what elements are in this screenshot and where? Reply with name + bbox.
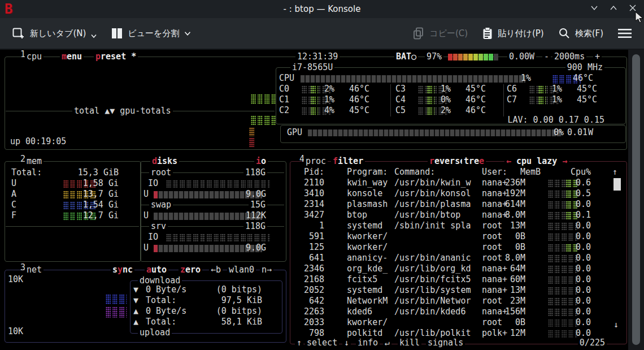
proc-reverse-button[interactable]: reverse [428, 157, 467, 166]
proc-user[interactable]: nana+ [482, 189, 507, 198]
proc-program[interactable]: kworker/ [347, 318, 388, 327]
proc-cpu[interactable]: 0.0 [576, 318, 591, 327]
proc-pid[interactable]: 591 [309, 232, 324, 241]
proc-command[interactable]: /usr/bin/konsol [394, 189, 471, 198]
proc-user[interactable]: nana+ [482, 307, 507, 317]
proc-mem[interactable]: 0B [515, 232, 525, 241]
proc-pid[interactable]: 642 [309, 296, 324, 306]
proc-pid[interactable]: 2033 [304, 318, 324, 327]
proc-mem[interactable]: 8.0M [505, 210, 525, 220]
proc-program[interactable]: kworker/ [347, 232, 388, 241]
proc-program[interactable]: NetworkM [347, 296, 388, 306]
proc-command[interactable]: /sbin/init spla [394, 221, 471, 231]
net-next-iface-button[interactable]: n→ [260, 265, 273, 275]
proc-command[interactable]: /usr/bin/kded6 [394, 307, 465, 317]
scrollbar-thumb[interactable] [632, 54, 640, 345]
net-auto-button[interactable]: auto [145, 265, 168, 275]
io-mode-button[interactable]: io [254, 157, 268, 166]
net-box-title[interactable]: net [25, 265, 43, 275]
select-up-icon[interactable]: ↑ [295, 338, 303, 348]
proc-cpu[interactable]: 0.0 [576, 307, 591, 317]
proc-cpu[interactable]: 0.0 [576, 296, 591, 306]
proc-cpu[interactable]: 0.0 [576, 329, 591, 338]
net-prev-iface-button[interactable]: ←b [209, 265, 223, 275]
proc-program[interactable]: org_kde_ [347, 264, 388, 274]
proc-command[interactable]: /usr/lib/org_kd [394, 264, 471, 274]
info-button[interactable]: info [356, 338, 380, 348]
paste-button[interactable]: 貼り付け(P) [478, 24, 548, 43]
proc-mem[interactable]: 0B [515, 243, 525, 252]
proc-program[interactable]: kded6 [347, 307, 372, 317]
proc-command[interactable]: /usr/bin/plasma [394, 200, 471, 209]
proc-pid[interactable]: 2052 [304, 286, 324, 295]
proc-cpu[interactable]: 0.0 [576, 275, 591, 284]
proc-user[interactable]: root [482, 232, 502, 241]
proc-user[interactable]: root [482, 296, 502, 306]
menu-button-btop[interactable]: menu [60, 52, 84, 62]
proc-mem[interactable]: 156M [505, 307, 525, 317]
mem-box-title[interactable]: mem [25, 157, 43, 166]
proc-program[interactable]: systemd [347, 221, 382, 231]
proc-program[interactable]: fcitx5 [347, 275, 377, 284]
net-sync-button[interactable]: sync [111, 265, 134, 275]
disks-box-title[interactable]: disks [150, 157, 179, 166]
proc-pid[interactable]: 2263 [304, 307, 324, 317]
proc-cpu[interactable]: 0.0 [576, 264, 591, 274]
copy-button[interactable]: コピー(C) [408, 24, 472, 43]
proc-command[interactable]: /usr/bin/fcitx5 [394, 275, 471, 284]
signals-button[interactable]: signals [426, 338, 465, 348]
proc-program[interactable]: kworker/ [347, 243, 388, 252]
terminal[interactable]: 1cpumenupreset *12:31:39BAT○97%0.00W-200… [0, 50, 628, 350]
proc-header-cpu[interactable]: Cpu% [571, 167, 591, 177]
proc-cpu[interactable]: 0.0 [576, 221, 591, 231]
proc-mem[interactable]: 614M [505, 200, 525, 209]
proc-program[interactable]: plasmash [347, 200, 388, 209]
interval-decrease-button[interactable]: - [542, 52, 551, 62]
proc-user[interactable]: nana+ [482, 264, 507, 274]
proc-box-title[interactable]: proc [304, 157, 328, 166]
proc-header-program[interactable]: Program: [347, 167, 388, 177]
proc-user[interactable]: nana+ [482, 200, 507, 209]
proc-scrollbar-thumb[interactable] [613, 178, 621, 191]
proc-pid[interactable]: 3427 [304, 210, 324, 220]
proc-user[interactable]: polk+ [482, 329, 507, 338]
proc-mem[interactable]: 60M [510, 275, 525, 284]
proc-program[interactable]: ananicy- [347, 253, 388, 263]
proc-pid[interactable]: 641 [309, 253, 324, 263]
proc-mem[interactable]: 64M [510, 264, 525, 274]
proc-pid[interactable]: 2314 [304, 200, 324, 209]
proc-program[interactable]: systemd [347, 286, 382, 295]
split-view-button[interactable]: ビューを分割 [107, 24, 195, 42]
proc-command[interactable]: /usr/bin/ananic [394, 253, 471, 263]
proc-command[interactable]: /usr/lib/polkit [394, 329, 471, 338]
proc-user[interactable]: root [482, 221, 502, 231]
proc-pid[interactable]: 2110 [304, 178, 324, 188]
proc-mem[interactable]: 192M [505, 189, 525, 198]
titlebar[interactable]: B - : btop — Konsole [0, 0, 644, 18]
proc-pid[interactable]: 2346 [304, 264, 324, 274]
proc-mem[interactable]: 12M [510, 329, 525, 338]
proc-cpu[interactable]: 0.5 [576, 189, 591, 198]
proc-header-memb[interactable]: MemB [520, 167, 541, 177]
proc-program[interactable]: konsole [347, 189, 382, 198]
proc-scroll-down-icon[interactable]: ↓ [613, 320, 619, 330]
proc-command[interactable]: /usr/bin/Networ [394, 296, 471, 306]
proc-mem[interactable]: 236M [505, 178, 525, 188]
proc-mem[interactable]: 0B [515, 318, 525, 327]
minimize-button[interactable] [589, 2, 600, 15]
proc-pid[interactable]: 2168 [304, 275, 324, 284]
cpu-box-title[interactable]: cpu [25, 52, 43, 62]
proc-cpu[interactable]: 0.0 [576, 200, 591, 209]
kill-button[interactable]: kill [398, 338, 421, 348]
proc-cpu[interactable]: 0.6 [576, 178, 591, 188]
proc-user[interactable]: nana+ [482, 178, 507, 188]
proc-user[interactable]: root [482, 243, 502, 252]
proc-program[interactable]: kwin_way [347, 178, 388, 188]
proc-command[interactable]: /usr/lib/system [394, 286, 471, 295]
proc-mem[interactable]: 13M [510, 221, 525, 231]
proc-pid[interactable]: 3410 [304, 189, 324, 198]
proc-user[interactable]: root [482, 253, 502, 263]
proc-cpu[interactable]: 0.0 [576, 253, 591, 263]
proc-user[interactable]: nana+ [482, 286, 507, 295]
proc-user[interactable]: nana+ [482, 275, 507, 284]
